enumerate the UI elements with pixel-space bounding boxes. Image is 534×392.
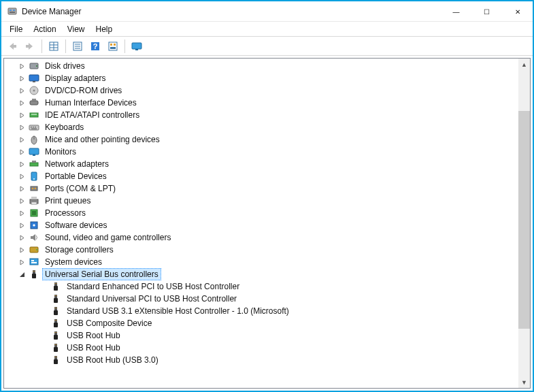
scroll-down-button[interactable]: ▼ xyxy=(518,376,530,388)
device-item[interactable]: USB Composite Device xyxy=(4,317,518,329)
device-item[interactable]: Standard Universal PCI to USB Host Contr… xyxy=(4,293,518,305)
storage-icon xyxy=(29,244,39,255)
category-label[interactable]: System devices xyxy=(42,256,105,268)
menu-action[interactable]: Action xyxy=(28,23,61,35)
expander-closed-icon[interactable] xyxy=(16,232,27,243)
category-label[interactable]: Display adapters xyxy=(42,72,108,84)
category-ide[interactable]: IDE ATA/ATAPI controllers xyxy=(4,109,518,121)
category-printq[interactable]: Print queues xyxy=(4,195,518,207)
category-label[interactable]: DVD/CD-ROM drives xyxy=(42,84,124,97)
menu-help[interactable]: Help xyxy=(90,23,118,35)
expander-closed-icon[interactable] xyxy=(16,110,27,120)
close-button[interactable]: ✕ xyxy=(502,1,533,22)
category-label[interactable]: Print queues xyxy=(42,195,93,207)
keyboard-icon xyxy=(29,122,39,133)
category-display-adapters[interactable]: Display adapters xyxy=(4,72,518,84)
category-mice[interactable]: Mice and other pointing devices xyxy=(4,133,518,146)
titlebar[interactable]: Device Manager — ☐ ✕ xyxy=(1,1,533,22)
scroll-thumb[interactable] xyxy=(518,111,530,329)
device-item[interactable]: USB Root Hub xyxy=(4,329,518,342)
device-tree[interactable]: Disk drivesDisplay adaptersDVD/CD-ROM dr… xyxy=(4,59,518,388)
device-label[interactable]: USB Root Hub xyxy=(64,329,123,342)
expander-closed-icon[interactable] xyxy=(16,97,27,108)
minimize-button[interactable]: — xyxy=(441,1,471,22)
properties-icon xyxy=(72,41,83,52)
category-disk-drives[interactable]: Disk drives xyxy=(4,60,518,72)
category-monitors[interactable]: Monitors xyxy=(4,146,518,158)
expander-closed-icon[interactable] xyxy=(16,195,27,206)
toolbar-separator xyxy=(65,39,66,53)
category-storage[interactable]: Storage controllers xyxy=(4,244,518,256)
category-label[interactable]: Mice and other pointing devices xyxy=(42,133,163,146)
category-software[interactable]: Software devices xyxy=(4,219,518,231)
expander-none xyxy=(38,342,49,353)
device-label[interactable]: Standard Enhanced PCI to USB Host Contro… xyxy=(64,280,242,293)
device-label[interactable]: USB Root Hub xyxy=(64,342,123,354)
svg-rect-58 xyxy=(32,274,36,278)
monitor-button[interactable] xyxy=(129,38,145,54)
category-label[interactable]: Sound, video and game controllers xyxy=(42,231,173,244)
device-item[interactable]: Standard Enhanced PCI to USB Host Contro… xyxy=(4,280,518,293)
category-label[interactable]: Network adapters xyxy=(42,158,112,170)
expander-closed-icon[interactable] xyxy=(16,134,27,145)
forward-button[interactable] xyxy=(22,38,38,54)
expander-closed-icon[interactable] xyxy=(16,122,27,133)
svg-rect-76 xyxy=(56,320,57,321)
maximize-button[interactable]: ☐ xyxy=(471,1,502,22)
category-label[interactable]: IDE ATA/ATAPI controllers xyxy=(42,109,142,121)
vertical-scrollbar[interactable]: ▲ ▼ xyxy=(518,59,530,388)
expander-open-icon[interactable] xyxy=(16,269,27,280)
scroll-up-button[interactable]: ▲ xyxy=(518,59,530,70)
category-label[interactable]: Software devices xyxy=(42,219,110,231)
expander-closed-icon[interactable] xyxy=(16,171,27,182)
category-network[interactable]: Network adapters xyxy=(4,158,518,170)
help-button[interactable]: ? xyxy=(87,38,103,54)
device-label[interactable]: USB Composite Device xyxy=(64,317,154,329)
category-processors[interactable]: Processors xyxy=(4,207,518,219)
device-label[interactable]: Standard Universal PCI to USB Host Contr… xyxy=(64,293,239,305)
svg-point-21 xyxy=(36,65,37,67)
expander-closed-icon[interactable] xyxy=(16,220,27,231)
device-item[interactable]: USB Root Hub xyxy=(4,342,518,354)
menu-view[interactable]: View xyxy=(62,23,90,35)
toolbar-separator xyxy=(41,39,42,53)
show-hidden-button[interactable] xyxy=(46,38,62,54)
category-dvd[interactable]: DVD/CD-ROM drives xyxy=(4,84,518,97)
category-label[interactable]: Processors xyxy=(42,207,88,219)
category-label[interactable]: Storage controllers xyxy=(42,244,116,256)
expander-closed-icon[interactable] xyxy=(16,257,27,267)
category-hid[interactable]: Human Interface Devices xyxy=(4,97,518,109)
category-usb[interactable]: Universal Serial Bus controllers xyxy=(4,268,518,280)
category-label[interactable]: Universal Serial Bus controllers xyxy=(42,268,161,280)
device-item[interactable]: Standard USB 3.1 eXtensible Host Control… xyxy=(4,305,518,317)
expander-closed-icon[interactable] xyxy=(16,146,27,157)
category-label[interactable]: Monitors xyxy=(42,146,79,158)
scroll-track[interactable] xyxy=(518,70,530,376)
scan-button[interactable] xyxy=(105,38,121,54)
expander-closed-icon[interactable] xyxy=(16,208,27,218)
category-label[interactable]: Ports (COM & LPT) xyxy=(42,182,118,195)
category-ports[interactable]: Ports (COM & LPT) xyxy=(4,182,518,195)
category-label[interactable]: Portable Devices xyxy=(42,170,110,182)
expander-closed-icon[interactable] xyxy=(16,61,27,71)
expander-closed-icon[interactable] xyxy=(16,159,27,169)
device-label[interactable]: Standard USB 3.1 eXtensible Host Control… xyxy=(64,305,292,317)
expander-closed-icon[interactable] xyxy=(16,244,27,255)
device-label[interactable]: USB Root Hub (USB 3.0) xyxy=(64,354,161,366)
expander-closed-icon[interactable] xyxy=(16,73,27,84)
svg-rect-40 xyxy=(32,161,36,163)
back-button[interactable] xyxy=(4,38,20,54)
category-label[interactable]: Disk drives xyxy=(42,60,88,72)
menu-file[interactable]: File xyxy=(4,23,28,35)
category-label[interactable]: Keyboards xyxy=(42,121,86,133)
category-keyboards[interactable]: Keyboards xyxy=(4,121,518,133)
usb-device-icon xyxy=(50,293,61,304)
expander-closed-icon[interactable] xyxy=(16,183,27,194)
category-portable[interactable]: Portable Devices xyxy=(4,170,518,182)
category-sound[interactable]: Sound, video and game controllers xyxy=(4,231,518,244)
properties-button[interactable] xyxy=(69,38,86,54)
category-system[interactable]: System devices xyxy=(4,256,518,268)
category-label[interactable]: Human Interface Devices xyxy=(42,97,139,109)
expander-closed-icon[interactable] xyxy=(16,85,27,96)
device-item[interactable]: USB Root Hub (USB 3.0) xyxy=(4,354,518,366)
